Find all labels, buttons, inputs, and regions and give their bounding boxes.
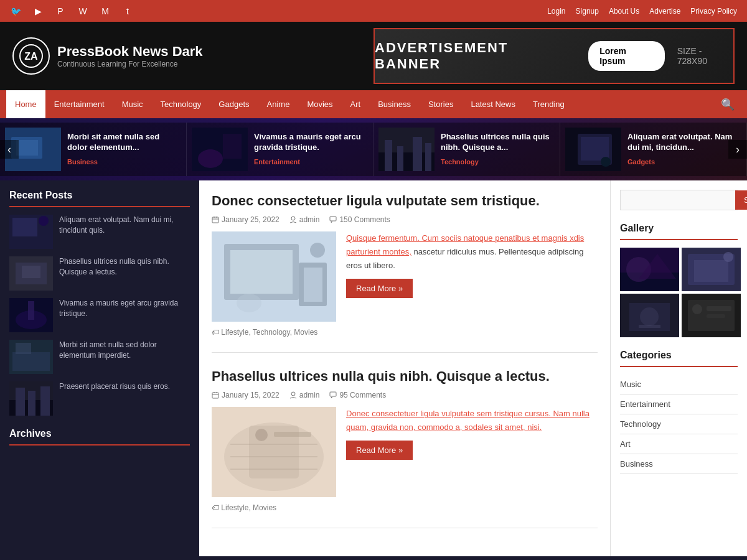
nav-business[interactable]: Business (369, 90, 420, 118)
nav-home[interactable]: Home (6, 90, 45, 118)
main-layout: Recent Posts Aliquam erat volutpat. Nam … (0, 180, 747, 556)
logo-icon: ZA (12, 37, 50, 75)
svg-rect-77 (707, 306, 731, 311)
site-title: PressBook News Dark (57, 44, 203, 60)
svg-point-69 (723, 252, 733, 262)
svg-point-76 (692, 304, 702, 314)
recent-post-item: Vivamus a mauris eget arcu gravida trist… (9, 298, 190, 332)
signup-link[interactable]: Signup (573, 6, 601, 17)
slide-cat-4: Gadgets (627, 158, 655, 166)
search-button[interactable]: Search (735, 190, 747, 210)
article-body-2: Donec consectetuer ligula vulputate sem … (212, 407, 598, 497)
search-icon[interactable]: 🔍 (715, 98, 741, 111)
slider-prev-button[interactable]: ‹ (0, 140, 19, 159)
svg-rect-19 (12, 218, 37, 236)
article-comments-2: 95 Comments (329, 391, 386, 399)
archives-widget: Archives (9, 428, 190, 446)
slide-item: Morbi sit amet nulla sed dolor elementum… (0, 123, 187, 176)
read-more-btn-1[interactable]: Read More » (346, 279, 413, 298)
article-meta-1: January 25, 2022 admin 150 Comments (212, 215, 598, 224)
rp-thumb-3 (9, 298, 53, 332)
svg-text:ZA: ZA (24, 51, 38, 62)
top-bar: 🐦 ▶ P W M t Login Signup About Us Advert… (0, 0, 747, 22)
nav-trending[interactable]: Trending (524, 90, 573, 118)
wordpress-link[interactable]: W (75, 3, 91, 19)
svg-point-17 (601, 157, 611, 167)
archives-title: Archives (9, 428, 190, 446)
rp-title-3: Vivamus a mauris eget arcu gravida trist… (59, 298, 190, 319)
svg-rect-34 (40, 386, 50, 416)
advertise-link[interactable]: Advertise (647, 6, 683, 17)
gallery-item-1[interactable] (620, 248, 679, 291)
article-excerpt-2: Donec consectetuer ligula vulputate sem … (346, 407, 598, 497)
article-date-1: January 25, 2022 (212, 215, 280, 224)
svg-rect-53 (330, 392, 336, 396)
recent-posts-title: Recent Posts (9, 190, 190, 207)
rp-thumb-2 (9, 256, 53, 291)
recent-post-item: Phasellus ultrices nulla quis nibh. Quis… (9, 256, 190, 291)
search-input[interactable] (621, 190, 735, 210)
slide-cat-3: Technology (441, 158, 479, 166)
gallery-item-3[interactable] (620, 294, 679, 337)
rp-thumb-4 (9, 340, 53, 374)
nav-anime[interactable]: Anime (258, 90, 299, 118)
category-list: Music Entertainment Technology Art Busin… (620, 375, 738, 474)
nav-entertainment[interactable]: Entertainment (45, 90, 113, 118)
svg-rect-4 (16, 140, 38, 156)
ad-banner: ADVERTISEMENT BANNER Lorem Ipsum SIZE - … (374, 28, 735, 84)
svg-rect-26 (28, 301, 34, 320)
article-meta-2: January 15, 2022 admin 95 Comments (212, 391, 598, 399)
slide-cat-1: Business (67, 158, 98, 166)
slider-next-button[interactable]: › (728, 140, 747, 159)
nav-latest-news[interactable]: Latest News (462, 90, 524, 118)
article-2: Phasellus ultrices nulla quis nibh. Quis… (212, 368, 598, 528)
rp-thumb-5 (9, 381, 53, 416)
category-item-entertainment: Entertainment (620, 394, 738, 414)
gallery-grid (620, 248, 738, 337)
read-more-btn-2[interactable]: Read More » (346, 441, 413, 460)
category-item-music: Music (620, 375, 738, 394)
svg-rect-32 (16, 388, 25, 416)
about-link[interactable]: About Us (606, 6, 642, 17)
svg-rect-23 (22, 266, 40, 278)
svg-rect-28 (12, 352, 50, 371)
logo-text: PressBook News Dark Continuous Learning … (57, 44, 203, 68)
privacy-link[interactable]: Privacy Policy (688, 6, 740, 17)
nav-stories[interactable]: Stories (420, 90, 462, 118)
search-box: Search (620, 190, 738, 210)
categories-title: Categories (620, 350, 738, 367)
svg-rect-33 (28, 391, 35, 416)
nav-music[interactable]: Music (113, 90, 152, 118)
rp-title-2: Phasellus ultrices nulla quis nibh. Quis… (59, 256, 190, 278)
youtube-link[interactable]: ▶ (30, 3, 46, 19)
gallery-item-4[interactable] (682, 294, 741, 337)
article-author-2: admin (289, 391, 320, 399)
svg-point-20 (39, 216, 49, 226)
slide-item: Aliquam erat volutpat. Nam dui mi, tinci… (560, 123, 747, 176)
nav-gadgets[interactable]: Gadgets (210, 90, 258, 118)
ad-banner-text: ADVERTISEMENT BANNER (375, 40, 576, 72)
top-nav-links: Login Signup About Us Advertise Privacy … (545, 6, 740, 17)
left-sidebar: Recent Posts Aliquam erat volutpat. Nam … (0, 180, 199, 556)
nav-art[interactable]: Art (342, 90, 370, 118)
article-body-1: Quisque fermentum. Cum sociis natoque pe… (212, 231, 598, 322)
nav-technology[interactable]: Technology (152, 90, 210, 118)
article-excerpt-1: Quisque fermentum. Cum sociis natoque pe… (346, 231, 598, 322)
medium-link[interactable]: M (97, 3, 113, 19)
twitter-link[interactable]: 🐦 (7, 3, 24, 19)
rp-title-1: Aliquam erat volutpat. Nam dui mi, tinci… (59, 215, 190, 236)
rp-title-5: Praesent placerat risus quis eros. (59, 381, 170, 392)
gallery-widget: Gallery (620, 223, 738, 337)
slide-info-3: Phasellus ultrices nulla quis nibh. Quis… (441, 132, 555, 167)
svg-rect-35 (212, 217, 218, 223)
pinterest-link[interactable]: P (52, 3, 68, 19)
site-tagline: Continuous Learning For Excellence (57, 60, 203, 68)
slide-item: Phasellus ultrices nulla quis nibh. Quis… (374, 123, 560, 176)
svg-point-60 (255, 429, 268, 441)
tumblr-link[interactable]: t (120, 3, 136, 19)
svg-rect-40 (330, 217, 336, 221)
gallery-item-2[interactable] (682, 248, 741, 291)
rp-thumb-1 (9, 215, 53, 249)
nav-movies[interactable]: Movies (298, 90, 341, 118)
login-link[interactable]: Login (545, 6, 568, 17)
